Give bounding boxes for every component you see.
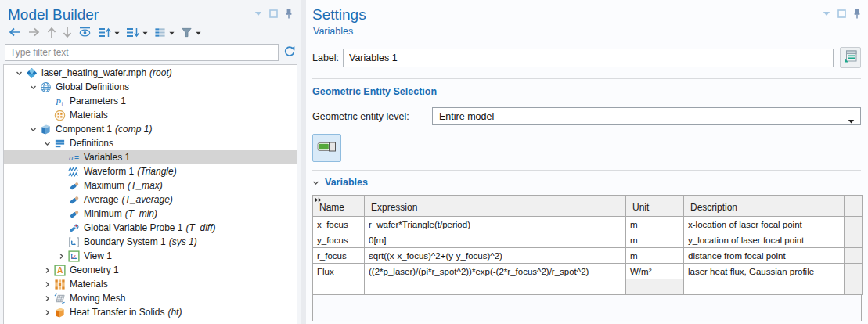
collapse-list-button[interactable]	[124, 26, 149, 41]
expand-columns-icon[interactable]	[315, 197, 322, 203]
collapse-list-icon	[126, 27, 139, 41]
cell-name[interactable]: r_focus	[313, 248, 365, 264]
cell-expression[interactable]: ((2*p_laser)/(pi*r_spot^2))*exp(-(2*r_fo…	[365, 264, 626, 279]
combo-caret-icon	[848, 115, 855, 126]
chevron-right-icon[interactable]	[41, 281, 53, 288]
chevron-down-icon[interactable]	[13, 70, 25, 77]
pin-icon[interactable]	[853, 9, 861, 19]
chevron-down-icon[interactable]	[41, 140, 53, 147]
cell-description[interactable]	[684, 279, 845, 295]
chevron-right-icon[interactable]	[56, 253, 67, 260]
refresh-button[interactable]	[283, 45, 296, 60]
panel-menu-icon[interactable]	[254, 11, 262, 16]
tree-item[interactable]: Global Definitions	[4, 80, 297, 94]
svg-text:a: a	[68, 153, 73, 162]
tree-item[interactable]: View 1	[4, 249, 297, 263]
geometric-entity-level-select[interactable]: Entire model	[432, 107, 861, 125]
move-up-arrow-button[interactable]	[45, 26, 58, 41]
caret-down-icon[interactable]	[169, 31, 175, 35]
chevron-right-icon[interactable]	[41, 267, 53, 274]
cell-name[interactable]: x_focus	[313, 217, 365, 232]
cell-expression[interactable]: sqrt((x-x_focus)^2+(y-y_focus)^2)	[365, 248, 626, 264]
expand-list-button[interactable]	[96, 26, 121, 41]
tree-item-label: Materials	[70, 110, 108, 121]
geometric-entity-selection-heading: Geometric Entity Selection	[312, 86, 861, 97]
tree-item[interactable]: a=Variables 1	[4, 150, 297, 164]
show-eye-icon	[78, 27, 92, 40]
caret-down-icon[interactable]	[196, 31, 201, 35]
tree-item[interactable]: AGeometry 1	[4, 263, 297, 277]
tree-item[interactable]: Component 1(comp 1)	[4, 122, 297, 136]
selection-active-toggle-button[interactable]	[312, 134, 341, 162]
cell-expression[interactable]	[365, 279, 626, 295]
tree-item[interactable]: Materials	[4, 277, 297, 291]
label-options-button[interactable]	[840, 47, 861, 68]
filter-input[interactable]	[5, 44, 279, 61]
tree-item-label: Heat Transfer in Solids	[70, 307, 164, 318]
tree-item[interactable]: laser_heating_wafer.mph(root)	[4, 66, 297, 80]
show-eye-button[interactable]	[77, 26, 93, 41]
parameters-icon: Pi	[53, 95, 66, 107]
tree-item[interactable]: Average(T_average)	[4, 193, 297, 207]
cell-unit[interactable]: m	[626, 248, 684, 264]
geometry-icon: A	[53, 265, 66, 276]
pin-icon[interactable]	[285, 9, 293, 19]
cell-expression[interactable]: 0[m]	[365, 232, 626, 248]
caret-down-icon[interactable]	[142, 31, 148, 35]
filter-funnel-button[interactable]	[179, 26, 203, 41]
variables-section-heading[interactable]: Variables	[312, 177, 861, 188]
float-window-icon[interactable]	[837, 9, 846, 18]
variable-row: x_focusr_wafer*Triangle(t/period)mx-loca…	[313, 217, 863, 232]
tree-item-label: Average	[84, 194, 118, 205]
comsol-window: Model Builder laser_heating_wafer.mph(ro…	[0, 0, 868, 324]
panel-menu-icon[interactable]	[823, 11, 830, 16]
tree-item-annotation: (root)	[149, 67, 172, 78]
move-down-arrow-button[interactable]	[61, 26, 74, 41]
tree-item[interactable]: PiParameters 1	[4, 94, 297, 108]
cell-unit[interactable]: W/m²	[626, 264, 684, 279]
chevron-down-icon[interactable]	[27, 126, 39, 133]
settings-panel: Settings Variables Label: Geometric Enti…	[306, 0, 868, 324]
cell-expression[interactable]: r_wafer*Triangle(t/period)	[365, 217, 626, 232]
heat-transfer-icon	[53, 307, 66, 319]
cell-name[interactable]: Flux	[313, 264, 365, 279]
cell-unit[interactable]	[626, 279, 684, 295]
waveform-icon	[67, 166, 80, 178]
cell-description[interactable]: distance from focal point	[684, 248, 845, 264]
cell-name[interactable]: y_focus	[313, 232, 365, 248]
label-input[interactable]	[343, 49, 834, 67]
variables-icon: a=	[67, 152, 80, 164]
cell-description[interactable]: laser heat flux, Gaussian profile	[684, 264, 845, 279]
back-arrow-button[interactable]	[6, 27, 23, 40]
chevron-right-icon[interactable]	[41, 295, 53, 302]
variables-table-header: NameExpressionUnitDescription	[313, 196, 863, 217]
view-icon	[67, 250, 80, 262]
node-label-button[interactable]	[153, 26, 176, 41]
tree-item[interactable]: Moving Mesh	[4, 291, 297, 305]
tree-item[interactable]: Definitions	[4, 136, 297, 150]
geometric-entity-level-caption: Geometric entity level:	[312, 111, 432, 122]
caret-down-icon[interactable]	[114, 31, 120, 35]
cell-unit[interactable]: m	[626, 232, 684, 248]
cell-description[interactable]: x-location of laser focal point	[684, 217, 845, 232]
tree-item[interactable]: Waveform 1(Triangle)	[4, 164, 297, 178]
model-builder-title: Model Builder	[8, 5, 99, 23]
cell-description[interactable]: y_location of laser focal point	[684, 232, 845, 248]
tree-item[interactable]: Maximum(T_max)	[4, 178, 297, 193]
tree-item[interactable]: Minimum(T_min)	[4, 207, 297, 221]
model-builder-toolbar	[0, 23, 301, 42]
float-window-icon[interactable]	[269, 9, 278, 18]
cell-name[interactable]	[313, 279, 365, 295]
tree-item[interactable]: Boundary System 1(sys 1)	[4, 235, 297, 249]
geometric-entity-level-value: Entire model	[439, 111, 494, 122]
chevron-right-icon[interactable]	[41, 309, 53, 316]
tree-item[interactable]: Heat Transfer in Solids(ht)	[4, 305, 297, 319]
column-header-expression: Expression	[365, 196, 626, 217]
tree-item[interactable]: Materials	[4, 108, 297, 122]
tree-item[interactable]: Global Variable Probe 1(T_diff)	[4, 221, 297, 235]
component-icon	[39, 124, 52, 135]
forward-arrow-button[interactable]	[26, 27, 42, 40]
chevron-down-icon[interactable]	[27, 84, 39, 91]
globe-icon	[39, 81, 52, 93]
cell-unit[interactable]: m	[626, 217, 684, 232]
